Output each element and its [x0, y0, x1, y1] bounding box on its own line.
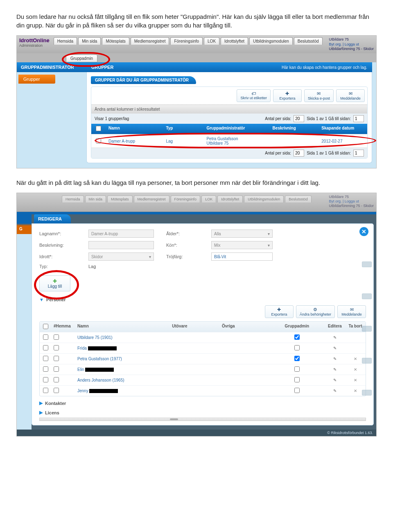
person-name[interactable]: Petra Gustafsson (1977): [75, 355, 169, 363]
nav-tab-faded: Idrottslyftet: [217, 196, 243, 202]
form-grid: Lagnamn*: Damer A-trupp Ålder*: Alla▾ Be…: [39, 230, 366, 269]
nav-tab[interactable]: Utbildningsmodulen: [249, 37, 293, 45]
home-checkbox[interactable]: [54, 377, 59, 382]
edit-icon[interactable]: ✎: [325, 376, 345, 384]
person-utovare: [169, 368, 219, 372]
redacted-name: [88, 346, 117, 350]
per-page-input[interactable]: [294, 115, 304, 122]
screenshot-edit-team: HemsidaMin sidaMötesplatsMedlemsregistre…: [16, 193, 377, 437]
nav-tab[interactable]: Mötesplats: [102, 37, 129, 45]
column-settings-bar[interactable]: Ändra antal kolumner i sökresultatet: [91, 105, 367, 114]
nav-tab[interactable]: Beslutsstöd: [294, 37, 323, 45]
close-icon[interactable]: ✕: [359, 227, 368, 236]
page-input-bot[interactable]: [353, 150, 364, 157]
input-beskrivning[interactable]: [88, 241, 154, 249]
delete-icon[interactable]: [345, 336, 366, 340]
gruppadmin-checkbox[interactable]: [294, 377, 300, 382]
delete-icon[interactable]: ✕: [345, 355, 366, 363]
gruppadmin-checkbox[interactable]: [294, 366, 300, 372]
sidebar-item-grupper[interactable]: Grupper: [18, 75, 55, 84]
groups-subheader: GRUPPER DÄR DU ÄR GRUPPADMINISTRATÖR: [91, 76, 196, 84]
person-action-button[interactable]: ✚Exportera: [265, 305, 294, 318]
col-typ[interactable]: Typ: [163, 124, 203, 134]
edit-icon[interactable]: ✎: [325, 344, 345, 352]
edit-icon[interactable]: ✎: [325, 365, 345, 374]
col-datum[interactable]: Skapande datum: [318, 124, 367, 134]
action-button[interactable]: 🏷Skriv ut etiketter: [237, 89, 271, 102]
action-button[interactable]: ✚Exportera: [273, 89, 302, 102]
person-checkbox[interactable]: [43, 334, 48, 340]
home-checkbox[interactable]: [54, 388, 59, 393]
edit-icon[interactable]: ✎: [325, 355, 345, 363]
action-button[interactable]: ✉Skicka e-post: [304, 89, 334, 102]
person-checkbox[interactable]: [43, 356, 48, 361]
cell-namn[interactable]: Damer A-trupp: [105, 137, 163, 146]
home-checkbox[interactable]: [54, 366, 59, 372]
user-links-2[interactable]: Byt org. | Logga ut: [329, 199, 359, 203]
col-beskrivning[interactable]: Beskrivning: [269, 124, 318, 134]
select-kon[interactable]: Mix▾: [211, 241, 273, 249]
delete-icon[interactable]: ✕: [345, 365, 366, 374]
per-page-label: Antal per sida:: [265, 116, 291, 121]
person-name[interactable]: Utbildare 75 (1901): [75, 333, 169, 342]
gruppadmin-checkbox[interactable]: [294, 356, 300, 361]
col-namn[interactable]: Namn: [105, 124, 163, 134]
chevron-down-icon: ▾: [268, 232, 270, 236]
user-org: Utbildarförening 75 - Skidor: [329, 47, 374, 52]
row-checkbox[interactable]: [96, 138, 101, 143]
select-idrott[interactable]: Skidor▾: [88, 252, 154, 261]
person-name[interactable]: Anders Johansson (1965): [75, 376, 169, 384]
nav-tab[interactable]: Idrottslyftet: [221, 37, 248, 45]
nav-tab[interactable]: Föreningsinfo: [170, 37, 203, 45]
home-checkbox[interactable]: [54, 345, 59, 350]
group-row[interactable]: Damer A-trupp Lag Petra Gustafsson Utbil…: [91, 134, 367, 148]
page-input[interactable]: [353, 115, 364, 122]
nav-tab[interactable]: LOK: [204, 37, 219, 45]
section-personer-toggle[interactable]: ▼ Personer: [39, 297, 366, 302]
intro-paragraph-2: När du gått in på ditt lag så kan du läg…: [16, 178, 377, 187]
user-links[interactable]: Byt org. | Logga ut: [329, 42, 359, 46]
add-button[interactable]: ✚ Lägg till: [39, 275, 70, 291]
person-action-button[interactable]: ✉Meddelande: [337, 305, 366, 318]
val-idrott: Skidor: [91, 255, 103, 259]
nav-tab-faded: Utbildningsmodulen: [244, 196, 284, 202]
section-kontakter-toggle[interactable]: ▶ Kontakter: [39, 400, 366, 406]
nav-tab[interactable]: Hemsida: [54, 37, 77, 45]
gruppadmin-checkbox[interactable]: [294, 345, 300, 350]
section-licens-toggle[interactable]: ▶ Licens: [39, 410, 366, 415]
delete-icon[interactable]: [345, 346, 366, 350]
per-page-input-bot[interactable]: [294, 150, 304, 157]
select-alder[interactable]: Alla▾: [211, 230, 273, 238]
chevron-down-icon: ▾: [149, 255, 151, 259]
input-trojfarg[interactable]: Blå-Vit: [211, 252, 273, 261]
person-utovare: [169, 389, 219, 393]
select-all-persons[interactable]: [43, 324, 48, 329]
main-panel: GRUPPER Här kan du skapa och hantera gru…: [86, 62, 376, 168]
person-checkbox[interactable]: [43, 377, 48, 382]
nav-tab[interactable]: Medlemsregistret: [131, 37, 169, 45]
tab-gruppadmin[interactable]: Gruppadmin: [66, 55, 97, 62]
person-action-button[interactable]: ⚙Ändra behörigheter: [296, 305, 335, 318]
main-header: GRUPPER Här kan du skapa och hantera gru…: [86, 62, 372, 72]
person-checkbox[interactable]: [43, 388, 48, 393]
gruppadmin-checkbox[interactable]: [294, 334, 300, 340]
action-button[interactable]: ✉Meddelande: [336, 89, 365, 102]
section-licens-label: Licens: [45, 410, 59, 415]
delete-icon[interactable]: ✕: [345, 386, 366, 395]
col-gruppadmin[interactable]: Gruppadministratör: [203, 124, 269, 134]
person-name[interactable]: Elin: [75, 365, 169, 374]
gruppadmin-checkbox[interactable]: [294, 388, 300, 393]
home-checkbox[interactable]: [54, 334, 59, 340]
person-name[interactable]: Jenny: [75, 386, 169, 395]
select-all-checkbox[interactable]: [96, 126, 101, 131]
delete-icon[interactable]: ✕: [345, 376, 366, 384]
person-checkbox[interactable]: [43, 366, 48, 372]
home-checkbox[interactable]: [54, 356, 59, 361]
edit-icon[interactable]: ✎: [325, 333, 345, 342]
nav-tab[interactable]: Min sida: [78, 37, 101, 45]
person-name[interactable]: Frida: [75, 344, 169, 352]
horizontal-scrollbar[interactable]: [39, 418, 366, 421]
person-checkbox[interactable]: [43, 345, 48, 350]
input-lagnamn[interactable]: Damer A-trupp: [88, 230, 154, 238]
edit-icon[interactable]: ✎: [325, 386, 345, 395]
